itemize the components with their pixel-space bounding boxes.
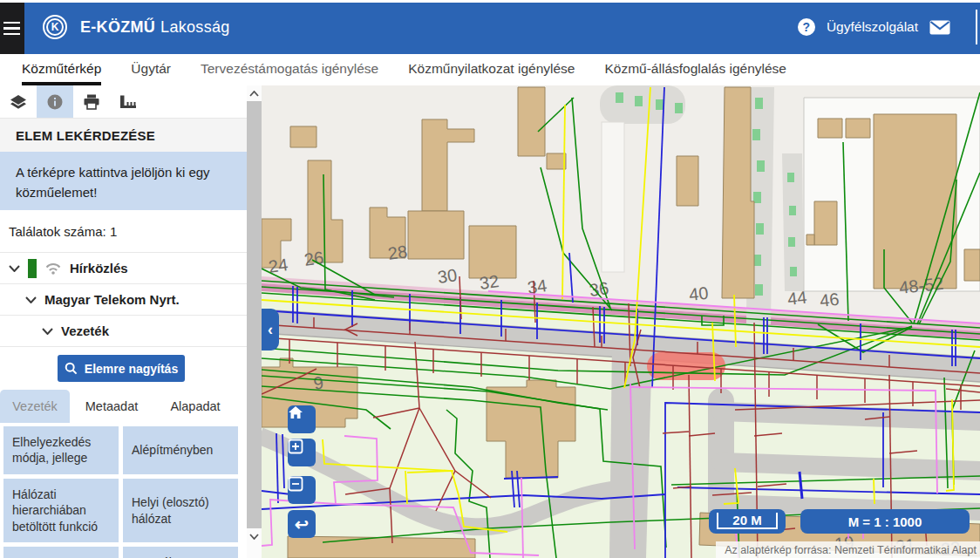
app-logo: K	[43, 15, 67, 39]
scale-bracket: 20 M	[717, 513, 778, 529]
sidebar-collapse-button[interactable]: ‹	[262, 309, 279, 350]
results-count: Találatok száma: 1	[0, 210, 247, 253]
zoom-to-element-button[interactable]: Elemre nagyítás	[58, 355, 185, 382]
topbar: K E-KÖZMŰ Lakosság ? Ügyfélszolgálat	[0, 0, 980, 54]
zoom-out-button[interactable]	[288, 476, 316, 504]
attribute-name: Elhelyezkedés módja, jellege	[3, 426, 119, 474]
scrollbar-thumb[interactable]	[247, 101, 262, 528]
home-icon	[288, 405, 303, 419]
sidebar-scrollbar[interactable]	[247, 85, 262, 558]
info-icon[interactable]	[37, 85, 73, 118]
undo-button[interactable]: ↩	[288, 510, 316, 538]
scale-ratio: M = 1 : 1000	[800, 509, 970, 534]
tab-metaadat[interactable]: Metaadat	[70, 390, 153, 423]
tab-alapadat[interactable]: Alapadat	[153, 390, 237, 423]
tab-vezetek[interactable]: Vezeték	[0, 390, 70, 423]
scale-bar: 20 M	[709, 509, 786, 534]
mail-icon[interactable]	[929, 20, 950, 35]
tab-kozmunyilatkozat[interactable]: Közműnyilatkozat igénylése	[408, 54, 575, 85]
tree-item-telekom[interactable]: Magyar Telekom Nyrt.	[0, 284, 247, 316]
scale-ratio-label: M = 1 : 1000	[848, 514, 922, 529]
top-strip	[0, 0, 980, 3]
house-number: 46	[819, 289, 840, 310]
undo-icon: ↩	[295, 516, 309, 533]
tab-kozmu-allasfoglalas[interactable]: Közmű-állásfoglalás igénylése	[604, 54, 786, 85]
scale-bar-label: 20 M	[732, 513, 761, 527]
attribute-name: Szállított közeg	[3, 547, 119, 558]
print-icon[interactable]	[73, 85, 110, 118]
support-link[interactable]: Ügyfélszolgálat	[827, 19, 918, 35]
zoom-in-icon	[288, 439, 303, 454]
house-number: 26	[303, 248, 324, 269]
tree-item-hirkozles[interactable]: Hírközlés	[0, 253, 247, 284]
hamburger-icon	[3, 22, 20, 24]
attribute-value: Helyi (elosztó) hálózat	[123, 479, 238, 542]
main-nav: Közműtérkép Ügytár Tervezéstámogatás igé…	[0, 54, 980, 85]
house-number: 30	[436, 265, 458, 287]
chevron-down-icon	[25, 296, 37, 303]
chevron-down-icon	[9, 265, 20, 272]
chevron-down-icon	[42, 328, 53, 335]
sidebar-toolbar	[0, 85, 247, 118]
attribute-table: Elhelyezkedés módja, jellege Alépítményb…	[3, 426, 243, 558]
tab-ugytar[interactable]: Ügytár	[131, 54, 171, 85]
zoom-in-button[interactable]	[288, 439, 316, 466]
attribute-value: Vezetékes hírközlés	[123, 547, 238, 558]
tree-label: Hírközlés	[70, 261, 128, 276]
house-number: 32	[478, 271, 500, 293]
tree-label: Magyar Telekom Nyrt.	[44, 292, 180, 307]
zoom-out-icon	[288, 476, 303, 492]
map-base-layer	[262, 85, 980, 558]
layers-icon[interactable]	[0, 85, 37, 118]
map-canvas[interactable]: 24 26 28 30 32 34 36 40 44 46 48-52 9 19…	[262, 85, 980, 558]
app-title: E-KÖZMŰ Lakosság	[80, 0, 230, 54]
scroll-up-icon[interactable]	[247, 85, 262, 101]
sidebar: ELEM LEKÉRDEZÉSE A térképre kattintva je…	[0, 85, 247, 558]
map-attribution: Az alaptérkép forrása: Nemzeti Térinform…	[716, 541, 980, 558]
tree-item-vezetek[interactable]: Vezeték	[0, 316, 247, 347]
collapse-icon: ‹	[268, 321, 273, 339]
house-number: 28	[386, 242, 408, 263]
scroll-down-icon[interactable]	[247, 528, 262, 544]
tree-label: Vezeték	[61, 323, 109, 338]
home-button[interactable]	[288, 405, 316, 433]
attribute-value: Alépítményben	[123, 426, 238, 474]
ekozmu-app: K E-KÖZMŰ Lakosság ? Ügyfélszolgálat Köz…	[0, 0, 980, 558]
topbar-divider	[976, 10, 977, 44]
menu-button[interactable]	[0, 3, 24, 54]
attribute-tabs: Vezeték Metaadat Alapadat	[0, 390, 247, 423]
app-title-regular: Lakosság	[160, 18, 229, 37]
house-number: 44	[786, 288, 807, 309]
wifi-icon	[44, 262, 62, 275]
search-icon	[65, 362, 78, 375]
topbar-actions: ? Ügyfélszolgálat	[798, 0, 950, 54]
attribute-name: Hálózati hierarchiában betöltött funkció	[3, 479, 119, 542]
base-map: 24 26 28 30 32 34 36 40 44 46 48-52 9 19…	[262, 85, 980, 558]
tab-tervezestamogatas[interactable]: Tervezéstámogatás igénylése	[201, 54, 378, 85]
app-title-bold: E-KÖZMŰ	[80, 18, 155, 37]
panel-title: ELEM LEKÉRDEZÉSE	[0, 118, 247, 152]
help-icon[interactable]: ?	[798, 18, 815, 36]
measure-icon[interactable]	[110, 85, 146, 118]
tab-kozmuterkep[interactable]: Közműtérkép	[22, 54, 101, 85]
logo-letter: K	[46, 18, 64, 36]
info-message: A térképre kattintva jelöljön ki egy köz…	[0, 152, 247, 210]
layer-color-swatch	[28, 259, 37, 278]
house-number: 40	[688, 283, 709, 304]
